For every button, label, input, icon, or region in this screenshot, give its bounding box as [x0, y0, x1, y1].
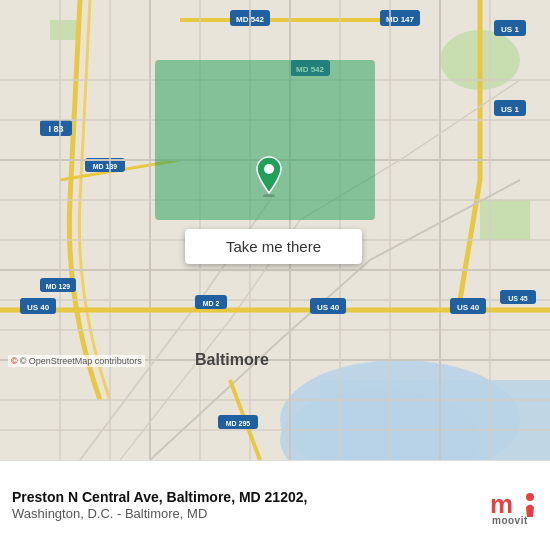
location-pin	[253, 155, 285, 195]
svg-rect-5	[50, 20, 80, 40]
svg-point-62	[526, 493, 534, 501]
svg-text:MD 139: MD 139	[93, 163, 118, 170]
map-area: I 83 US 1 US 1 MD 542 MD 147 MD 542 MD 1…	[0, 0, 550, 460]
svg-text:MD 129: MD 129	[46, 283, 71, 290]
svg-text:US 1: US 1	[501, 25, 519, 34]
osm-text: © OpenStreetMap contributors	[20, 356, 142, 366]
address-sub: Washington, D.C. - Baltimore, MD	[12, 506, 307, 523]
svg-text:US 1: US 1	[501, 105, 519, 114]
moovit-logo-svg: m moovit	[490, 487, 538, 525]
moovit-logo: m moovit	[490, 487, 538, 525]
svg-text:US 45: US 45	[508, 295, 528, 302]
svg-point-59	[264, 164, 274, 174]
svg-text:US 40: US 40	[27, 303, 50, 312]
address-main: Preston N Central Ave, Baltimore, MD 212…	[12, 488, 307, 506]
svg-text:US 40: US 40	[457, 303, 480, 312]
svg-text:I 83: I 83	[48, 124, 63, 134]
bottom-bar: Preston N Central Ave, Baltimore, MD 212…	[0, 460, 550, 550]
svg-point-58	[263, 194, 275, 197]
osm-logo: ©	[11, 356, 18, 366]
svg-text:MD 2: MD 2	[203, 300, 220, 307]
address-section: Preston N Central Ave, Baltimore, MD 212…	[12, 488, 307, 523]
svg-text:Baltimore: Baltimore	[195, 351, 269, 368]
svg-text:moovit: moovit	[492, 515, 528, 525]
svg-text:US 40: US 40	[317, 303, 340, 312]
app-container: I 83 US 1 US 1 MD 542 MD 147 MD 542 MD 1…	[0, 0, 550, 550]
osm-credit: © © OpenStreetMap contributors	[8, 355, 145, 367]
svg-rect-3	[320, 380, 550, 460]
take-me-there-button[interactable]: Take me there	[185, 229, 362, 264]
svg-rect-6	[480, 200, 530, 240]
svg-text:MD 295: MD 295	[226, 420, 251, 427]
